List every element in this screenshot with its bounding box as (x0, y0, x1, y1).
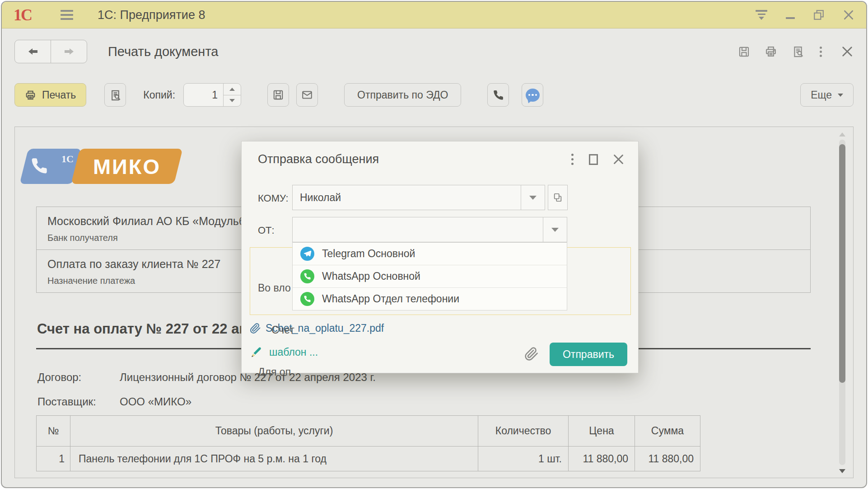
copies-label: Копий: (143, 89, 175, 101)
contract-label: Договор: (37, 371, 81, 384)
more-dots-button[interactable] (819, 47, 823, 57)
close-page-button[interactable] (841, 45, 854, 58)
from-label: ОТ: (258, 225, 275, 236)
chat-bubble-icon (526, 89, 540, 102)
logo-1c-badge: 1С (61, 153, 74, 165)
whatsapp-icon (300, 269, 314, 283)
col-price: Цена (569, 416, 635, 447)
to-input[interactable] (293, 185, 521, 210)
from-dropdown-button[interactable] (543, 217, 567, 242)
page-header: Печать документа (2, 28, 866, 75)
supplier-value: ООО «МИКО» (120, 395, 191, 408)
vertical-scrollbar (839, 132, 846, 473)
from-options-list: Telegram Основной WhatsApp Основной What… (292, 242, 567, 310)
from-option-telegram[interactable]: Telegram Основной (293, 243, 567, 265)
scrollbar-up-button[interactable] (839, 132, 845, 136)
cell-quantity: 1 шт. (478, 447, 569, 471)
attach-file-button[interactable] (523, 343, 541, 365)
preview-icon-button[interactable] (792, 45, 804, 58)
message-line: Во вло (258, 281, 294, 295)
close-window-button[interactable] (843, 9, 854, 21)
email-button[interactable] (296, 83, 318, 107)
from-field (292, 217, 567, 242)
printer-icon (25, 89, 36, 101)
col-sum: Сумма (635, 416, 700, 447)
print-button-label: Печать (42, 89, 76, 101)
from-option-label: Telegram Основной (322, 248, 415, 260)
minimize-button[interactable] (786, 17, 795, 19)
send-button-label: Отправить (563, 348, 614, 361)
dialog-close-button[interactable] (612, 153, 625, 165)
forward-button[interactable] (51, 40, 87, 63)
scrollbar-thumb[interactable] (839, 144, 845, 383)
copy-icon (553, 193, 563, 202)
app-title: 1С: Предприятие 8 (98, 8, 205, 22)
one-c-logo: 1С (14, 5, 32, 24)
edo-button[interactable]: Отправить по ЭДО (344, 83, 461, 107)
from-option-label: WhatsApp Основной (322, 270, 420, 282)
message-line: Счет (258, 323, 294, 337)
items-table: № Товары (работы, услуги) Количество Цен… (36, 415, 700, 471)
preview-button[interactable] (104, 83, 126, 107)
table-row: 1 Панель телефонии для 1С ПРОФ на 5 р.м.… (37, 447, 700, 471)
service-menu-icon[interactable] (755, 10, 768, 20)
to-label: КОМУ: (258, 193, 289, 204)
phone-icon (493, 89, 504, 101)
supplier-label: Поставщик: (37, 395, 96, 408)
to-dropdown-button[interactable] (521, 185, 545, 210)
save-file-button[interactable] (267, 83, 289, 107)
copy-recipient-button[interactable] (548, 185, 568, 210)
from-input[interactable] (293, 217, 543, 242)
edo-button-label: Отправить по ЭДО (357, 89, 448, 101)
invoice-title: Счет на оплату № 227 от 22 ап (37, 321, 247, 337)
from-option-whatsapp-main[interactable]: WhatsApp Основной (293, 265, 567, 287)
copies-input[interactable] (184, 84, 223, 106)
chevron-down-icon (838, 94, 843, 97)
back-button[interactable] (15, 40, 51, 63)
message-text: Во вло Счет Для оп (258, 253, 294, 407)
send-button[interactable]: Отправить (550, 343, 627, 366)
to-field (292, 185, 545, 210)
send-message-dialog: Отправка сообщения КОМУ: ОТ: (241, 141, 639, 373)
cell-number: 1 (37, 447, 70, 471)
phone-call-button[interactable] (487, 83, 509, 107)
more-button[interactable]: Еще (800, 83, 854, 107)
copies-up-button[interactable] (224, 84, 241, 95)
paperclip-icon (524, 347, 539, 361)
more-button-label: Еще (811, 89, 832, 101)
whatsapp-icon (300, 292, 314, 306)
print-toolbar: Печать Копий: Отправить (2, 75, 866, 115)
from-option-whatsapp-telephony[interactable]: WhatsApp Отдел телефонии (293, 287, 567, 310)
copies-down-button[interactable] (224, 95, 241, 107)
col-quantity: Количество (478, 416, 569, 447)
restore-button[interactable] (813, 9, 825, 21)
copies-stepper (183, 83, 241, 107)
page-title: Печать документа (108, 44, 218, 59)
cell-goods: Панель телефонии для 1С ПРОФ на 5 р.м. н… (70, 447, 478, 471)
dialog-menu-button[interactable] (570, 154, 574, 165)
screen: 1С 1С: Предприятие 8 (0, 0, 868, 489)
miko-logo: 1С МИКО (24, 149, 178, 184)
message-line: Для оп (258, 365, 294, 379)
telegram-icon (300, 247, 314, 261)
chat-button[interactable] (522, 83, 543, 107)
main-menu-icon[interactable] (61, 10, 73, 20)
col-number: № (37, 416, 70, 447)
dialog-maximize-button[interactable] (589, 154, 598, 165)
logo-brand-text: МИКО (93, 154, 161, 179)
items-header-row: № Товары (работы, услуги) Количество Цен… (37, 416, 700, 447)
app-window: 1С 1С: Предприятие 8 (1, 1, 867, 488)
logo-phone-icon (30, 157, 48, 175)
dialog-title: Отправка сообщения (258, 152, 379, 166)
col-goods: Товары (работы, услуги) (70, 416, 478, 447)
print-button[interactable]: Печать (14, 83, 86, 107)
from-option-label: WhatsApp Отдел телефонии (322, 293, 459, 305)
cell-sum: 11 880,00 (635, 447, 700, 471)
save-icon-button[interactable] (738, 46, 750, 58)
title-bar: 1С 1С: Предприятие 8 (2, 2, 866, 28)
print-icon-button[interactable] (765, 45, 777, 58)
cell-price: 11 880,00 (569, 447, 635, 471)
scrollbar-down-button[interactable] (839, 469, 845, 473)
